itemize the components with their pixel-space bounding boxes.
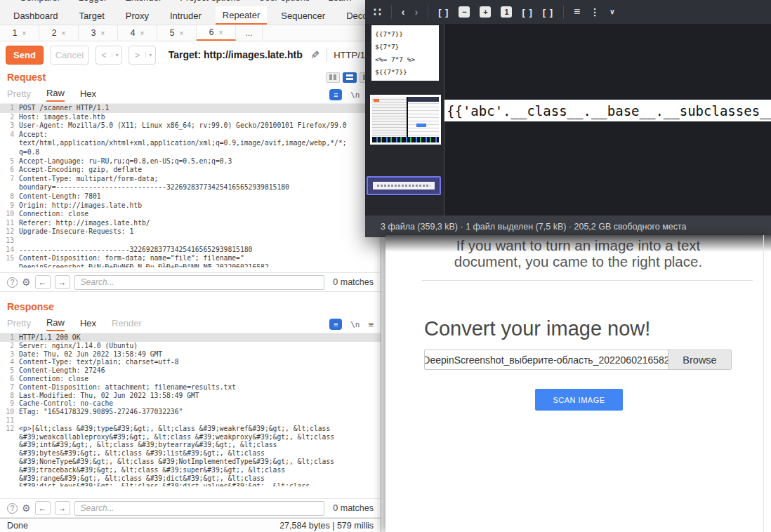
request-editor[interactable]: 1POST /scanner HTTP/1.12Host: images.lat…	[0, 103, 381, 272]
actual-size-icon[interactable]: 1	[501, 6, 512, 18]
top-tab-extender[interactable]: Extender	[125, 0, 162, 3]
fit-height-icon[interactable]: [ ]	[543, 8, 553, 17]
close-tab-icon[interactable]: ×	[61, 29, 65, 37]
request-tab-pretty[interactable]: Pretty	[7, 88, 31, 101]
top-tab-user-options[interactable]: User options	[258, 0, 310, 3]
line-text: POST /scanner HTTP/1.1	[19, 104, 109, 113]
top-tab-comparer[interactable]: Comparer	[20, 0, 60, 3]
tab-dashboard[interactable]: Dashboard	[6, 6, 65, 25]
zoom-out-icon[interactable]: −	[459, 6, 470, 18]
chevron-down-icon[interactable]: ∨	[609, 8, 614, 15]
request-match-count: 0 matches	[333, 277, 374, 287]
fit-screen-icon[interactable]: [ ]	[438, 8, 449, 17]
send-button[interactable]: Send	[6, 46, 44, 65]
response-editor[interactable]: 1HTTP/1.1 200 OK2Server: nginx/1.14.0 (U…	[0, 333, 381, 498]
edit-target-pencil-icon[interactable]: ✎	[308, 51, 321, 60]
repeater-tab-1[interactable]: 1×	[0, 25, 39, 41]
tab-proxy[interactable]: Proxy	[119, 6, 156, 25]
screenshot-thumbnail[interactable]	[370, 95, 441, 145]
top-tab-project-options[interactable]: Project options	[180, 0, 240, 3]
forward-icon[interactable]: ›	[415, 7, 419, 17]
scan-image-button[interactable]: SCAN IMAGE	[535, 389, 623, 411]
show-newlines-icon[interactable]: \n	[350, 320, 360, 329]
top-tab-logger[interactable]: Logger	[79, 0, 107, 3]
chevron-down-icon[interactable]: ▾	[145, 52, 155, 58]
cancel-button[interactable]: Cancel	[50, 46, 89, 65]
help-icon[interactable]: ?	[7, 277, 18, 288]
line-text: <p>[&lt;class &#39;type&#39;&gt;, &lt;cl…	[19, 425, 330, 433]
code-line: 8Last-Modified: Thu, 02 Jun 2022 13:58:4…	[0, 392, 381, 400]
browse-button[interactable]: Browse	[668, 350, 731, 369]
tab-repeater[interactable]: Repeater	[216, 6, 267, 25]
close-tab-icon[interactable]: ×	[22, 29, 26, 37]
repeater-tab-label: ...	[245, 28, 252, 38]
show-newlines-icon[interactable]: \n	[350, 91, 360, 100]
response-tab-raw[interactable]: Raw	[46, 317, 65, 331]
repeater-tab-5[interactable]: 5×	[157, 25, 197, 41]
pretty-print-icon[interactable]: ≡	[329, 319, 342, 330]
request-tab-hex[interactable]: Hex	[80, 88, 96, 101]
previous-request-button[interactable]: < ▾	[95, 46, 122, 65]
search-previous-icon[interactable]: ←	[35, 275, 51, 289]
line-text: Content-Type: text/plain; charset=utf-8	[19, 358, 178, 366]
search-previous-icon[interactable]: ←	[35, 501, 51, 515]
close-tab-icon[interactable]: ×	[179, 29, 183, 37]
line-text: Host: images.late.htb	[19, 113, 105, 122]
back-icon[interactable]: ‹	[402, 7, 405, 17]
list-view-icon[interactable]: ≡	[574, 6, 580, 18]
zoom-in-icon[interactable]: +	[480, 6, 491, 18]
payload-text-thumbnail[interactable]: {{7*7}}${7*7}<%= 7*7 %>${{7*7}}	[371, 25, 439, 81]
line-text: Content-Disposition: attachment; filenam…	[19, 383, 236, 392]
code-line: &#39;weakcallableproxy&#39;&gt;, &lt;cla…	[0, 433, 381, 441]
repeater-tab-bar: 1×2×3×4×5×6×...	[0, 25, 381, 41]
editor-menu-icon[interactable]: ≡	[368, 319, 374, 330]
help-icon[interactable]: ?	[7, 503, 18, 514]
fit-width-icon[interactable]: [ ]	[522, 8, 532, 17]
chevron-down-icon[interactable]: ▾	[112, 52, 121, 58]
repeater-tab-4[interactable]: 4×	[118, 25, 157, 41]
tab-intruder[interactable]: Intruder	[163, 6, 209, 25]
request-tab-raw[interactable]: Raw	[46, 88, 65, 102]
tab-target[interactable]: Target	[72, 6, 112, 25]
line-number: 9	[0, 201, 14, 211]
request-search-input[interactable]	[74, 275, 325, 290]
gear-icon[interactable]: ⚙	[22, 277, 31, 288]
code-line: 4Accept:	[0, 131, 381, 140]
search-next-icon[interactable]: →	[55, 275, 70, 289]
line-text: Content-Length: 27246	[19, 366, 105, 375]
response-tab-render[interactable]: Render	[112, 318, 142, 331]
top-tab-learn[interactable]: Learn	[328, 0, 351, 3]
gear-icon[interactable]: ⚙	[22, 503, 31, 514]
line-number: 10	[0, 210, 14, 219]
more-options-icon[interactable]: ⋮	[590, 7, 600, 17]
selected-text-thumbnail[interactable]	[367, 176, 441, 195]
next-request-button[interactable]: > ▾	[128, 46, 155, 65]
columns-layout-icon[interactable]	[326, 72, 340, 83]
viewer-preview-canvas[interactable]: {{'abc'.__class__.__base__.__subclasses_…	[444, 24, 771, 215]
file-upload-input[interactable]: DeepinScreenshot_выберите-область_202206…	[424, 350, 732, 370]
pretty-print-icon[interactable]: ≡	[329, 89, 342, 100]
payload-line: <%= 7*7 %>	[375, 53, 435, 66]
close-tab-icon[interactable]: ×	[218, 29, 223, 36]
repeater-tab-label: 1	[13, 28, 18, 38]
repeater-tab-6[interactable]: 6×	[197, 25, 236, 41]
status-metrics-label: 27,584 bytes | 579 millis	[279, 521, 374, 531]
line-text: ---------------------------3226928377342…	[19, 246, 252, 255]
rows-layout-icon[interactable]	[343, 72, 357, 83]
grid-icon[interactable]: ∷	[374, 6, 381, 18]
response-tab-hex[interactable]: Hex	[80, 318, 96, 331]
repeater-tab-tab[interactable]: ...	[236, 25, 263, 41]
code-line: 7Content-Type: multipart/form-data;	[0, 175, 381, 184]
http-version-label[interactable]: HTTP/1	[334, 50, 365, 60]
response-search-input[interactable]	[74, 501, 325, 516]
line-text: Accept-Language: ru-RU,ru;q=0.8,en-US;q=…	[19, 157, 232, 166]
line-text: DeepinScreenshot_Ð²Ñ‹Ð±ÐµÑ€Ð¸Ñ‚Ðµ-Ð¾Ð±Ð»…	[19, 263, 269, 267]
response-tab-pretty[interactable]: Pretty	[7, 318, 31, 331]
close-tab-icon[interactable]: ×	[140, 29, 144, 37]
repeater-tab-3[interactable]: 3×	[79, 25, 118, 41]
line-text: &#39;bytes&#39;&gt;, &lt;class &#39;list…	[19, 449, 265, 458]
tab-sequencer[interactable]: Sequencer	[274, 6, 332, 25]
repeater-tab-2[interactable]: 2×	[39, 25, 79, 41]
close-tab-icon[interactable]: ×	[100, 29, 105, 37]
search-next-icon[interactable]: →	[55, 501, 70, 515]
